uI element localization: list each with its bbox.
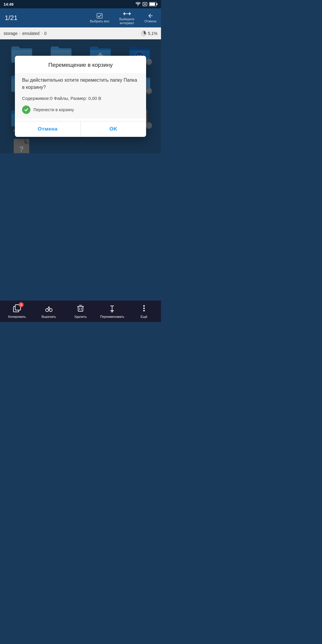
more-icon-wrap <box>140 304 148 314</box>
cancel-button[interactable]: Отмена <box>145 13 156 23</box>
svg-marker-9 <box>123 12 125 16</box>
copy-label: Копировать <box>8 315 26 318</box>
svg-marker-8 <box>129 12 131 16</box>
dialog-actions: Отмена OK <box>15 121 146 137</box>
dialog-body-text: Вы действительно хотите переместить папк… <box>22 77 139 91</box>
cut-label: Вырезать <box>41 315 56 318</box>
svg-point-46 <box>143 310 145 312</box>
more-icon <box>140 304 148 312</box>
delete-label: Удалить <box>74 315 87 318</box>
time: 14:49 <box>4 2 13 7</box>
disk-pie-icon <box>141 30 147 36</box>
breadcrumb-storage[interactable]: storage <box>4 31 18 36</box>
check-icon <box>24 107 29 112</box>
dialog-cancel-button[interactable]: Отмена <box>15 121 80 137</box>
rename-button[interactable]: Переименовать <box>96 304 128 318</box>
check-all-icon <box>96 13 103 19</box>
dialog-checkbox-row[interactable]: Перенести в корзину <box>22 106 139 114</box>
toolbar-actions: Выбрать все Выберите интервал Отмена <box>90 11 156 25</box>
svg-rect-5 <box>150 3 155 6</box>
dialog-meta-text: Содержимое:0 Файлы, Размер: 0,00 В <box>22 95 139 101</box>
checkbox-label: Перенести в корзину <box>33 107 74 112</box>
battery-icon <box>149 2 157 6</box>
copy-icon-wrap: 1 <box>13 304 21 314</box>
more-button[interactable]: Ещё <box>128 304 160 318</box>
svg-point-44 <box>143 305 145 307</box>
cut-icon-wrap <box>45 304 53 314</box>
bottom-toolbar: 1 Копировать Вырезать Удалить <box>0 301 161 322</box>
delete-icon <box>76 304 85 312</box>
disk-usage-value: 5,1% <box>148 31 157 36</box>
select-range-button[interactable]: Выберите интервал <box>117 11 137 25</box>
select-all-label: Выбрать все <box>90 19 109 23</box>
back-icon <box>147 13 154 19</box>
rename-icon-wrap <box>108 304 116 314</box>
move-to-trash-dialog: Перемещение в корзину Вы действительно х… <box>15 56 146 137</box>
status-icons <box>135 2 157 6</box>
status-bar: 14:49 <box>0 0 161 8</box>
select-range-label: Выберите интервал <box>117 17 137 25</box>
svg-rect-4 <box>157 3 157 5</box>
breadcrumb-sep-1: › <box>19 31 21 35</box>
dialog-ok-button[interactable]: OK <box>81 121 146 137</box>
copy-button[interactable]: 1 Копировать <box>1 304 33 318</box>
more-label: Ещё <box>141 315 148 318</box>
svg-point-45 <box>143 308 145 309</box>
range-icon <box>123 11 131 17</box>
delete-button[interactable]: Удалить <box>65 304 96 318</box>
svg-rect-6 <box>97 13 102 18</box>
breadcrumb-sep-2: › <box>41 31 42 35</box>
cut-button[interactable]: Вырезать <box>33 304 64 318</box>
disk-usage: 5,1% <box>141 30 157 36</box>
cut-icon <box>45 304 53 312</box>
copy-badge: 1 <box>19 302 24 307</box>
select-all-button[interactable]: Выбрать все <box>90 13 109 23</box>
dialog-body: Вы действительно хотите переместить папк… <box>15 73 146 119</box>
svg-rect-34 <box>78 306 83 311</box>
selection-count: 1/21 <box>5 14 18 22</box>
breadcrumb-0[interactable]: 0 <box>44 31 47 36</box>
cancel-label: Отмена <box>145 19 156 23</box>
wifi-icon <box>135 2 141 6</box>
breadcrumb-emulated[interactable]: emulated <box>22 31 40 36</box>
dialog-title: Перемещение в корзину <box>15 56 146 71</box>
rename-icon <box>108 304 116 312</box>
breadcrumb: storage › emulated › 0 5,1% <box>0 27 161 39</box>
top-toolbar: 1/21 Выбрать все Выберите интервал Отмен… <box>0 8 161 27</box>
rename-label: Переименовать <box>100 315 124 318</box>
delete-icon-wrap <box>76 304 85 314</box>
checkbox-icon <box>22 106 30 114</box>
close-square-icon <box>143 2 147 6</box>
